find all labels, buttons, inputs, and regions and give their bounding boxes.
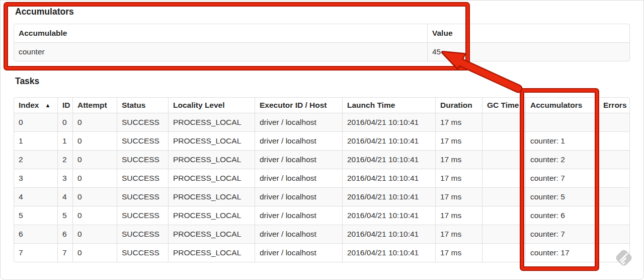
cell-status: SUCCESS [117, 169, 168, 187]
cell-gc-time [482, 150, 525, 169]
column-header-label: Value [432, 29, 453, 37]
cell-attempt: 0 [72, 243, 117, 262]
cell-id: 3 [57, 169, 72, 187]
cell-gc-time [482, 113, 525, 131]
cell-gc-time [482, 187, 525, 206]
cell-locality-level: PROCESS_LOCAL [168, 206, 255, 225]
cell-gc-time [482, 243, 525, 262]
tasks-table-body: 000SUCCESSPROCESS_LOCALdriver / localhos… [14, 113, 629, 262]
cell-executor-id-host: driver / localhost [255, 113, 342, 131]
cell-accumulators: counter: 17 [525, 243, 598, 262]
sort-ascending-icon: ▲ [45, 100, 50, 110]
column-header-gc-time[interactable]: GC Time [482, 98, 525, 113]
table-row: 440SUCCESSPROCESS_LOCALdriver / localhos… [14, 187, 629, 206]
cell-errors [598, 206, 629, 225]
cell-executor-id-host: driver / localhost [255, 131, 342, 150]
cell-errors [598, 225, 629, 243]
cell-duration: 17 ms [435, 243, 482, 262]
column-header-locality-level[interactable]: Locality Level [168, 98, 255, 113]
cell-locality-level: PROCESS_LOCAL [168, 169, 255, 187]
column-header-label: Executor ID / Host [260, 101, 327, 109]
cell-duration: 17 ms [435, 150, 482, 169]
table-row: 770SUCCESSPROCESS_LOCALdriver / localhos… [14, 243, 629, 262]
cell-attempt: 0 [72, 225, 117, 243]
spark-ui-stage-page: Accumulators AccumulableValue counter45 … [0, 0, 644, 280]
cell-locality-level: PROCESS_LOCAL [168, 131, 255, 150]
cell-status: SUCCESS [117, 131, 168, 150]
column-header-label: GC Time [487, 101, 519, 109]
cell-gc-time [482, 225, 525, 243]
table-row: counter45 [14, 43, 629, 61]
column-header-accumulable[interactable]: Accumulable [14, 24, 427, 43]
cell-duration: 17 ms [435, 206, 482, 225]
cell-locality-level: PROCESS_LOCAL [168, 187, 255, 206]
cell-executor-id-host: driver / localhost [255, 206, 342, 225]
column-header-label: Attempt [77, 101, 107, 109]
cell-duration: 17 ms [435, 131, 482, 150]
cell-launch-time: 2016/04/21 10:10:41 [342, 169, 435, 187]
column-header-label: Index [19, 101, 39, 109]
column-header-id[interactable]: ID [57, 98, 72, 113]
column-header-label: Locality Level [173, 101, 225, 109]
cell-index: 6 [14, 225, 57, 243]
cell-executor-id-host: driver / localhost [255, 225, 342, 243]
cell-status: SUCCESS [117, 206, 168, 225]
table-row: 110SUCCESSPROCESS_LOCALdriver / localhos… [14, 131, 629, 150]
cell-status: SUCCESS [117, 187, 168, 206]
column-header-index[interactable]: Index▲ [14, 98, 57, 113]
column-header-errors[interactable]: Errors [598, 98, 629, 113]
accumulators-table-header: AccumulableValue [14, 24, 629, 43]
cell-id: 1 [57, 131, 72, 150]
column-header-label: Launch Time [347, 101, 395, 109]
cell-launch-time: 2016/04/21 10:10:41 [342, 150, 435, 169]
cell-errors [598, 243, 629, 262]
cell-id: 0 [57, 113, 72, 131]
cell-accumulators: counter: 2 [525, 150, 598, 169]
cell-locality-level: PROCESS_LOCAL [168, 113, 255, 131]
cell-status: SUCCESS [117, 113, 168, 131]
cell-attempt: 0 [72, 150, 117, 169]
column-header-status[interactable]: Status [117, 98, 168, 113]
accumulators-table: AccumulableValue counter45 [14, 24, 630, 61]
cell-executor-id-host: driver / localhost [255, 187, 342, 206]
cell-attempt: 0 [72, 187, 117, 206]
column-header-executor-id-host[interactable]: Executor ID / Host [255, 98, 342, 113]
cell-accumulators: counter: 5 [525, 187, 598, 206]
column-header-accumulators[interactable]: Accumulators [525, 98, 598, 113]
cell-errors [598, 131, 629, 150]
column-header-duration[interactable]: Duration [435, 98, 482, 113]
cell-duration: 17 ms [435, 113, 482, 131]
cell-launch-time: 2016/04/21 10:10:41 [342, 243, 435, 262]
cell-launch-time: 2016/04/21 10:10:41 [342, 225, 435, 243]
column-header-attempt[interactable]: Attempt [72, 98, 117, 113]
cell-attempt: 0 [72, 113, 117, 131]
cell-errors [598, 113, 629, 131]
cell-status: SUCCESS [117, 243, 168, 262]
cell-index: 4 [14, 187, 57, 206]
table-row: 220SUCCESSPROCESS_LOCALdriver / localhos… [14, 150, 629, 169]
column-header-value[interactable]: Value [427, 24, 629, 43]
cell-executor-id-host: driver / localhost [255, 243, 342, 262]
cell-attempt: 0 [72, 131, 117, 150]
cell-launch-time: 2016/04/21 10:10:41 [342, 131, 435, 150]
column-header-label: Accumulators [530, 101, 582, 109]
cell-executor-id-host: driver / localhost [255, 169, 342, 187]
tasks-section-title: Tasks [15, 76, 630, 87]
column-header-label: ID [62, 101, 70, 109]
cell-accumulable: counter [14, 43, 427, 61]
cell-status: SUCCESS [117, 150, 168, 169]
cell-locality-level: PROCESS_LOCAL [168, 225, 255, 243]
cell-accumulators: counter: 6 [525, 206, 598, 225]
cell-index: 0 [14, 113, 57, 131]
table-row: 330SUCCESSPROCESS_LOCALdriver / localhos… [14, 169, 629, 187]
cell-duration: 17 ms [435, 169, 482, 187]
column-header-launch-time[interactable]: Launch Time [342, 98, 435, 113]
cell-duration: 17 ms [435, 225, 482, 243]
table-row: 660SUCCESSPROCESS_LOCALdriver / localhos… [14, 225, 629, 243]
column-header-label: Duration [440, 101, 472, 109]
cell-accumulators: counter: 7 [525, 169, 598, 187]
cell-executor-id-host: driver / localhost [255, 150, 342, 169]
column-header-label: Status [122, 101, 145, 109]
cell-index: 7 [14, 243, 57, 262]
tasks-table-header: Index▲IDAttemptStatusLocality LevelExecu… [14, 98, 629, 113]
